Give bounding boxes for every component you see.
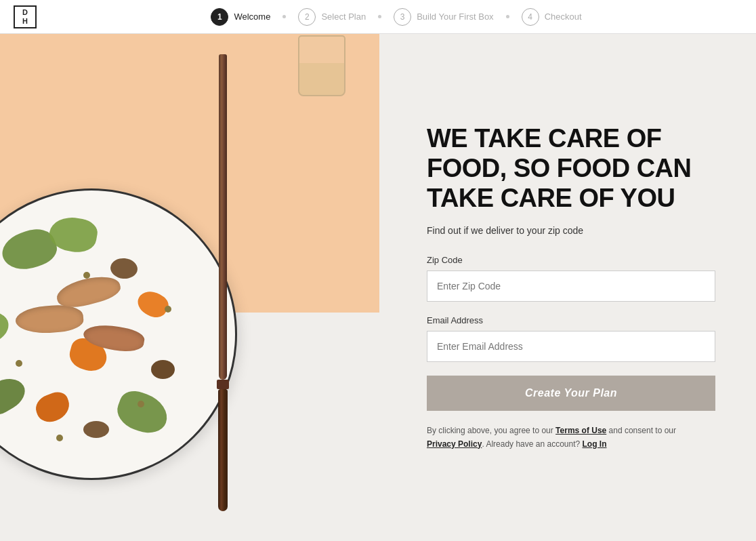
step-4-label: Checkout bbox=[545, 12, 582, 22]
zip-label: Zip Code bbox=[427, 255, 715, 265]
main-content: WE TAKE CARE OF FOOD, SO FOOD CAN TAKE C… bbox=[0, 0, 756, 541]
glass-liquid bbox=[299, 63, 344, 95]
lentil-5 bbox=[56, 435, 63, 441]
header: DH 1 Welcome 2 Select Plan 3 Build Your … bbox=[0, 0, 756, 34]
legal-prefix: By clicking above, you agree to our bbox=[427, 426, 555, 435]
terms-of-use-link[interactable]: Terms of Use bbox=[555, 426, 606, 435]
steps-nav: 1 Welcome 2 Select Plan 3 Build Your Fir… bbox=[50, 8, 742, 26]
step-1: 1 Welcome bbox=[211, 8, 270, 26]
food-plate bbox=[0, 188, 237, 480]
glass-container bbox=[298, 35, 345, 96]
login-link[interactable]: Log In bbox=[583, 439, 607, 449]
lettuce-5 bbox=[0, 309, 11, 346]
chicken-1 bbox=[14, 303, 84, 336]
step-2-circle: 2 bbox=[298, 8, 316, 26]
lentil-1 bbox=[83, 272, 90, 279]
squash-3 bbox=[133, 286, 171, 322]
step-dot-2 bbox=[378, 15, 381, 18]
step-dot-1 bbox=[282, 15, 286, 18]
main-headline: WE TAKE CARE OF FOOD, SO FOOD CAN TAKE C… bbox=[427, 124, 715, 213]
mushroom-2 bbox=[151, 360, 175, 379]
form-panel: WE TAKE CARE OF FOOD, SO FOOD CAN TAKE C… bbox=[379, 34, 756, 541]
knife-handle bbox=[218, 389, 228, 511]
step-3-label: Build Your First Box bbox=[417, 12, 493, 22]
legal-text: By clicking above, you agree to our Term… bbox=[427, 424, 715, 450]
knife bbox=[217, 54, 229, 515]
step-4-circle: 4 bbox=[522, 8, 539, 26]
create-plan-button[interactable]: Create Your Plan bbox=[427, 376, 715, 411]
lettuce-3 bbox=[0, 372, 30, 420]
water-glass bbox=[298, 35, 345, 96]
logo[interactable]: DH bbox=[14, 5, 37, 28]
step-1-label: Welcome bbox=[234, 12, 270, 22]
lentil-2 bbox=[16, 360, 22, 367]
hero-image-panel bbox=[0, 34, 379, 541]
plate-container bbox=[0, 188, 285, 527]
step-1-circle: 1 bbox=[211, 8, 228, 26]
legal-middle: and consent to our bbox=[606, 426, 676, 435]
mushroom-1 bbox=[110, 257, 138, 279]
mushroom-3 bbox=[83, 421, 109, 438]
zip-input[interactable] bbox=[427, 270, 715, 302]
knife-guard bbox=[217, 380, 229, 389]
step-3: 3 Build Your First Box bbox=[394, 8, 493, 26]
legal-suffix: . Already have an account? bbox=[482, 439, 580, 449]
email-label: Email Address bbox=[427, 315, 715, 325]
privacy-policy-link[interactable]: Privacy Policy bbox=[427, 439, 482, 449]
lentil-4 bbox=[165, 306, 171, 313]
knife-blade bbox=[219, 54, 227, 380]
main-subtitle: Find out if we deliver to your zip code bbox=[427, 225, 715, 236]
step-3-circle: 3 bbox=[394, 8, 411, 26]
step-2-label: Select Plan bbox=[321, 12, 366, 22]
lentil-3 bbox=[138, 401, 144, 407]
squash-2 bbox=[33, 389, 74, 426]
step-4: 4 Checkout bbox=[522, 8, 582, 26]
step-dot-3 bbox=[506, 15, 509, 18]
email-input[interactable] bbox=[427, 331, 715, 362]
lettuce-4 bbox=[112, 386, 173, 439]
step-2: 2 Select Plan bbox=[298, 8, 366, 26]
